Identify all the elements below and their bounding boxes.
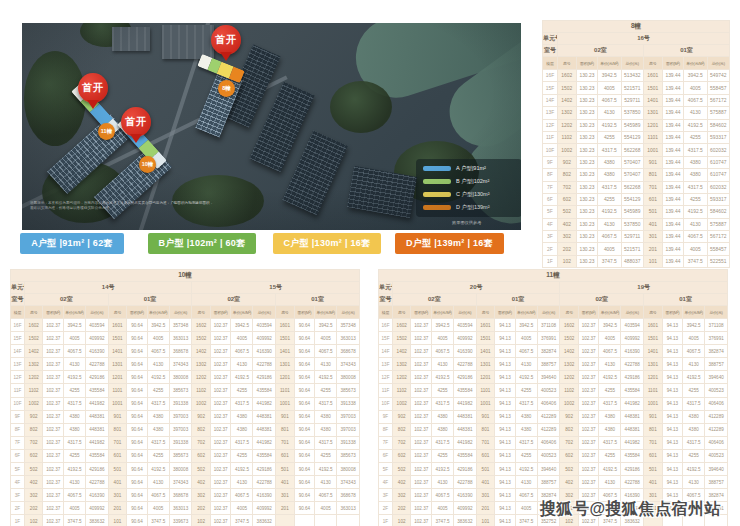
value-cell: 4255 bbox=[64, 449, 86, 462]
unit-type-banner[interactable]: A户型 |91m² | 62套 bbox=[20, 233, 124, 254]
room-number-cell: 602 bbox=[557, 193, 576, 205]
legend-label: A 户型|91m² bbox=[456, 165, 486, 172]
room-number-cell: 1502 bbox=[192, 332, 210, 345]
value-cell: 102.37 bbox=[411, 332, 432, 345]
table-row: 1F102102.373747.538363210190.643747.5339… bbox=[11, 515, 360, 526]
unit-type-banner[interactable]: B户型 |102m² | 60套 bbox=[148, 233, 256, 254]
value-cell: 575887 bbox=[707, 218, 729, 230]
value-cell: 4317.5 bbox=[684, 181, 707, 193]
value-cell: 102.37 bbox=[210, 371, 231, 384]
value-cell: 130.23 bbox=[576, 144, 598, 156]
value-cell: 102.37 bbox=[578, 384, 599, 397]
value-cell: 90.64 bbox=[127, 332, 148, 345]
room-number-cell: 202 bbox=[24, 502, 42, 515]
value-cell: 102.37 bbox=[210, 515, 231, 526]
value-cell: 4317.5 bbox=[684, 144, 707, 156]
value-cell: 562268 bbox=[621, 181, 643, 193]
value-cell: 90.64 bbox=[294, 319, 315, 332]
value-cell: 94.13 bbox=[662, 449, 683, 462]
unit-type-banner[interactable]: D户型 |139m² | 16套 bbox=[395, 233, 504, 254]
table-row: 9F902102.37438044838190194.1343804122899… bbox=[379, 410, 728, 423]
price-table: 11幢单元号20号19号室号02室01室02室01室楼层房号面积(M²)单价(元… bbox=[378, 269, 728, 526]
value-cell: 4255 bbox=[147, 449, 169, 462]
value-cell: 139.44 bbox=[662, 70, 684, 82]
room-number-cell: 1301 bbox=[108, 358, 126, 371]
value-cell: 4005 bbox=[598, 82, 621, 94]
room-number-cell: 1101 bbox=[644, 384, 662, 397]
value-cell: 4192.5 bbox=[598, 206, 621, 218]
value-cell: 4067.5 bbox=[231, 345, 253, 358]
value-cell: 102.37 bbox=[43, 423, 64, 436]
value-cell: 537850 bbox=[621, 218, 643, 230]
value-cell: 139.44 bbox=[662, 243, 684, 255]
column-header: 总价(元) bbox=[86, 306, 109, 319]
column-header: 房号 bbox=[108, 306, 126, 319]
value-cell: 549742 bbox=[707, 70, 729, 82]
value-cell: 102.37 bbox=[411, 358, 432, 371]
table-row: 7F702102.374317.544198270190.644317.5391… bbox=[11, 436, 360, 449]
value-cell: 4255 bbox=[598, 193, 621, 205]
room-number-cell: 201 bbox=[476, 502, 494, 515]
value-cell: 429186 bbox=[86, 463, 109, 476]
value-cell: 397003 bbox=[337, 410, 360, 423]
column-header: 面积(M²) bbox=[578, 306, 599, 319]
trees bbox=[330, 81, 392, 133]
column-header: 总价(元) bbox=[707, 57, 729, 70]
value-cell: 388757 bbox=[705, 358, 728, 371]
room-number-cell: 801 bbox=[276, 423, 294, 436]
room-number-cell: 102 bbox=[24, 515, 42, 526]
value-cell: 94.13 bbox=[495, 502, 516, 515]
room-number-cell: 501 bbox=[108, 463, 126, 476]
legend-label: B 户型|102m² bbox=[456, 178, 489, 185]
value-cell: 409992 bbox=[621, 332, 644, 345]
unit-type-banner[interactable]: C户型 |130m² | 16套 bbox=[273, 233, 381, 254]
value-cell: 4255 bbox=[683, 384, 705, 397]
value-cell: 4317.5 bbox=[64, 436, 86, 449]
column-header: 单价(元/M²) bbox=[683, 306, 705, 319]
value-cell: 371108 bbox=[705, 319, 728, 332]
value-cell: 4380 bbox=[515, 423, 537, 436]
room-number-cell: 1601 bbox=[644, 319, 662, 332]
value-cell: 4005 bbox=[515, 332, 537, 345]
value-cell: 363013 bbox=[337, 502, 360, 515]
value-cell: 90.64 bbox=[294, 397, 315, 410]
floor-cell: 1F bbox=[11, 515, 25, 526]
value-cell: 102.37 bbox=[43, 436, 64, 449]
value-cell: 380008 bbox=[169, 371, 192, 384]
floor-cell: 3F bbox=[543, 231, 558, 243]
room-number-cell: 1302 bbox=[560, 358, 578, 371]
building bbox=[112, 27, 150, 51]
floor-cell: 10F bbox=[11, 397, 25, 410]
value-cell bbox=[337, 515, 360, 526]
column-header: 面积(M²) bbox=[662, 306, 683, 319]
value-cell: 416390 bbox=[86, 489, 109, 502]
value-cell: 422788 bbox=[253, 476, 276, 489]
value-cell: 3942.5 bbox=[684, 70, 707, 82]
value-cell: 374343 bbox=[169, 476, 192, 489]
value-cell: 412289 bbox=[705, 410, 728, 423]
value-cell: 412289 bbox=[537, 410, 560, 423]
floor-cell: 5F bbox=[543, 206, 558, 218]
room-number-cell: 102 bbox=[192, 515, 210, 526]
value-cell: 139.44 bbox=[662, 94, 684, 106]
value-cell: 90.64 bbox=[127, 358, 148, 371]
value-cell: 94.13 bbox=[495, 436, 516, 449]
room-number-cell: 1201 bbox=[108, 371, 126, 384]
value-cell: 4130 bbox=[64, 476, 86, 489]
value-cell: 529711 bbox=[621, 94, 643, 106]
value-cell: 102.37 bbox=[411, 345, 432, 358]
table-row: 7F702130.234317.5562268701139.444317.560… bbox=[543, 181, 730, 193]
value-cell: 422788 bbox=[86, 476, 109, 489]
column-header: 楼层 bbox=[11, 306, 25, 319]
value-cell: 388757 bbox=[537, 358, 560, 371]
table-row: 10F1002102.374317.5441982100190.644317.5… bbox=[11, 397, 360, 410]
room-number-cell: 1401 bbox=[276, 345, 294, 358]
building-number-badge: 8幢 bbox=[218, 80, 235, 97]
value-cell: 448381 bbox=[86, 410, 109, 423]
value-cell: 4130 bbox=[147, 476, 169, 489]
floor-cell: 13F bbox=[11, 358, 25, 371]
room-number-cell: 302 bbox=[557, 231, 576, 243]
room-number-cell: 901 bbox=[108, 410, 126, 423]
column-header: 房号 bbox=[192, 306, 210, 319]
value-cell: 4130 bbox=[598, 218, 621, 230]
